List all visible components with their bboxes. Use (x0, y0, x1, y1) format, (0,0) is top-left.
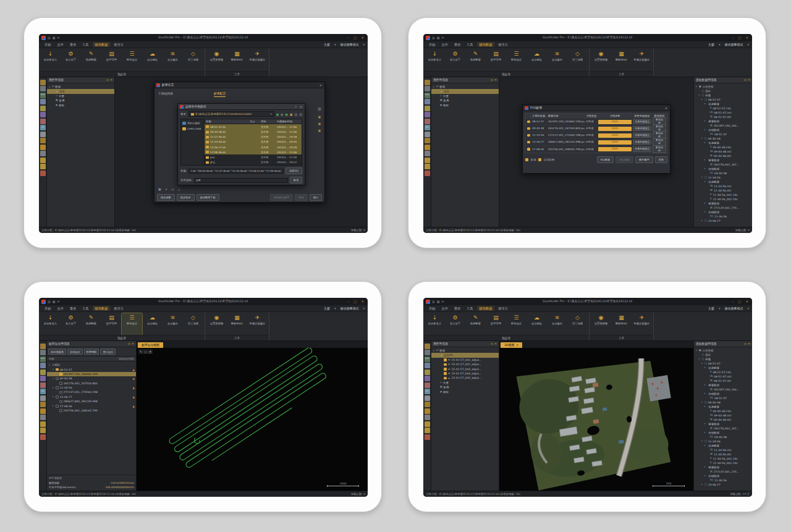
strip-tree-row[interactable]: 265276,401_267500.800 (47, 381, 136, 386)
menu-item[interactable]: 文件 (439, 42, 450, 47)
close-icon[interactable]: ✕ (748, 342, 750, 346)
row-checkbox[interactable] (444, 377, 447, 380)
strip-split-canvas[interactable]: ✎○◔ 1000 (137, 348, 368, 491)
strip-tree-row[interactable]: ▾13-46-27▲ (47, 395, 136, 399)
tree-row[interactable]: IN11-34-56.imr (694, 448, 752, 452)
menu-item[interactable]: 显示 (67, 306, 78, 311)
file-list-header[interactable]: 名称大小类型日期修改时间 (205, 119, 302, 124)
nav-icon[interactable]: ● (281, 112, 283, 116)
side-tool-icon[interactable] (425, 80, 430, 85)
quality-report-button[interactable]: 质量检测报告 (633, 146, 651, 152)
side-tool-icon[interactable] (40, 382, 46, 388)
side-tool-icon[interactable] (425, 434, 430, 440)
tree-row[interactable]: IN11-34-56.imr (694, 184, 752, 188)
ribbon-button[interactable]: ☰航带划分 (506, 49, 527, 71)
file-row[interactable]: pos文件夹2024/1... 21:40 (205, 154, 302, 159)
save-icon[interactable]: ▤ (48, 36, 51, 40)
tree-row[interactable]: W09-40-38.sth (694, 418, 752, 422)
pos-table-row[interactable]: 17-08-36 205756,401_208165.799.pos 已完成 1… (525, 146, 667, 153)
row-checkbox[interactable] (527, 120, 530, 124)
folder-icon[interactable]: ▣ (318, 115, 321, 119)
ribbon-button[interactable]: ✎轨迹解算 (81, 313, 101, 335)
tree-row[interactable]: Σ09-40-38.24x (694, 409, 752, 413)
ribbon-button[interactable]: ▦解析Mark (227, 49, 247, 71)
theme-menu[interactable]: 主题 (708, 43, 714, 46)
side-tool-icon[interactable] (40, 164, 46, 169)
tree-row[interactable]: ☁15-41-57_003_adjus... (431, 367, 499, 371)
tree-row[interactable]: ☁点云 (47, 89, 114, 93)
strip-tree-row[interactable]: 205756,401_208165.799 (47, 408, 136, 413)
side-tool-icon[interactable] (425, 106, 430, 111)
tree-row[interactable]: S108-52-37 (694, 132, 752, 137)
side-tool-icon[interactable]: IDL (40, 125, 46, 130)
side-tool-icon[interactable] (40, 145, 46, 150)
cancel-button[interactable]: 取消 (290, 177, 302, 184)
tree-row[interactable]: ◆模型 (431, 103, 499, 108)
ribbon-button[interactable]: ↓从设备导入 (40, 49, 61, 71)
panel-button[interactable]: 自动划分 (67, 348, 83, 355)
strip-tree-row[interactable]: 262397,200_264660.199 (47, 372, 136, 376)
ribbon-button[interactable]: ▦解析Mark (227, 313, 247, 335)
tree-row[interactable]: ▤272137,001_274... (694, 206, 752, 210)
open-icon[interactable]: ▦ (437, 300, 440, 303)
tree-row[interactable]: ▾解算数据 (694, 119, 752, 124)
tree-row[interactable]: IN08-52-37.imr (694, 374, 752, 379)
save-icon[interactable]: ▤ (48, 300, 51, 303)
tree-row[interactable]: ▾轨迹解算 (694, 180, 752, 184)
side-tool-icon[interactable] (425, 158, 430, 163)
side-tool-icon[interactable] (40, 376, 46, 381)
ribbon-button[interactable]: ✈机载正射输出 (632, 49, 652, 71)
tree-row[interactable]: ▤272137,001_274... (694, 470, 752, 474)
menu-item[interactable]: 文件 (54, 42, 66, 47)
side-tool-icon[interactable] (40, 344, 46, 349)
save-icon[interactable]: ▤ (432, 36, 435, 40)
path-dropdown[interactable]: E:\激光点云\希望项目24112\extension\data▾ (188, 111, 274, 117)
tree-row[interactable]: W11-34-56.sth (694, 452, 752, 457)
menu-item[interactable]: 开始 (42, 42, 53, 47)
ribbon-button[interactable]: ✎轨迹解算 (465, 49, 486, 71)
close-button[interactable]: ✕ (360, 36, 365, 40)
side-tool-icon[interactable] (40, 80, 46, 85)
nav-icon[interactable]: ● (285, 112, 287, 116)
side-tool-icon[interactable] (40, 415, 46, 420)
tree-row[interactable]: ▾扫描数据 (694, 167, 752, 171)
close-button[interactable]: ✕ (360, 300, 365, 304)
tree-row[interactable]: ▤265276,401_267... (694, 426, 752, 431)
side-tool-icon[interactable] (425, 138, 430, 143)
side-tool-icon[interactable] (40, 369, 46, 375)
tree-row[interactable]: ▾▢11-34-56 (694, 439, 752, 444)
ribbon-button[interactable]: ◇空三选项 (183, 313, 203, 335)
tree-row[interactable]: IN09-40-38.imr (694, 150, 752, 154)
quality-report-button[interactable]: 质量检测报告 (633, 140, 651, 145)
menu-item[interactable]: 文件 (439, 306, 450, 311)
close-icon[interactable]: ✕ (494, 342, 497, 346)
close-icon[interactable]: ✕ (299, 105, 303, 109)
side-tool-icon[interactable] (425, 164, 430, 169)
side-tool-icon[interactable]: IDL (425, 389, 430, 394)
side-tool-icon[interactable] (40, 421, 46, 427)
tree-row[interactable]: Σ08-52-37.24x (694, 370, 752, 374)
maximize-button[interactable]: ▢ (737, 36, 742, 40)
tree-row[interactable]: ▸▢13-46-27 (694, 483, 752, 487)
file-row[interactable]: 静止文件夹2024/1... 19:12 (205, 160, 302, 165)
gear-icon[interactable]: ⚙ (318, 107, 321, 112)
open-icon[interactable]: ▦ (53, 36, 56, 40)
tree-row[interactable]: ▦影像 (431, 385, 499, 389)
row-checkbox[interactable] (527, 127, 530, 130)
tree-row[interactable]: ▦影像 (431, 98, 499, 103)
side-tool-icon[interactable] (425, 395, 430, 401)
side-tool-icon[interactable] (40, 350, 46, 355)
ribbon-button[interactable]: ☁点云融合 (527, 313, 547, 335)
side-tool-icon[interactable] (425, 344, 430, 349)
side-tool-icon[interactable] (425, 415, 430, 420)
ribbon-button[interactable]: ▤照片管理 (486, 313, 506, 335)
file-row[interactable]: 11-27-46.ds文件夹2024/1... 19:28 (205, 135, 302, 140)
ribbon-button[interactable]: ☰航带划分 (122, 49, 142, 71)
delete-icon[interactable]: ▭ (171, 187, 174, 191)
close-icon[interactable]: ✕ (664, 106, 668, 110)
viewport-tool-icon[interactable]: ○ (144, 350, 146, 353)
close-tab-icon[interactable]: × (516, 344, 518, 347)
point-cloud-canvas[interactable]: 200 (499, 348, 693, 491)
sync-button[interactable]: 同步轨迹 (177, 194, 195, 201)
tree-row[interactable]: Σ08-52-37.24x (694, 106, 752, 111)
